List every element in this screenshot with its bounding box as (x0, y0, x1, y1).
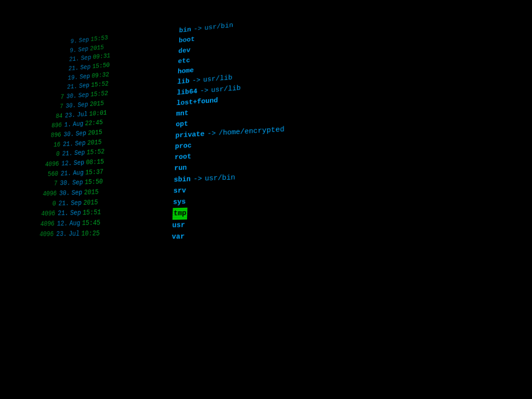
list-item: 409623.Jul10:25 (30, 227, 167, 240)
terminal-screen: 9.Sep15:53 9.Sep2015 21.Sep09:31 21.Sep1… (0, 0, 532, 399)
terminal-grid: 9.Sep15:53 9.Sep2015 21.Sep09:31 21.Sep1… (2, 0, 532, 399)
terminal-content: 9.Sep15:53 9.Sep2015 21.Sep09:31 21.Sep1… (2, 0, 532, 399)
dir-entry: var (171, 229, 285, 243)
left-column: 9.Sep15:53 9.Sep2015 21.Sep09:31 21.Sep1… (16, 26, 175, 399)
right-column: bin->usr/bin boot dev etc home lib->usr/… (160, 15, 285, 399)
dir-entry: usr (172, 217, 285, 231)
